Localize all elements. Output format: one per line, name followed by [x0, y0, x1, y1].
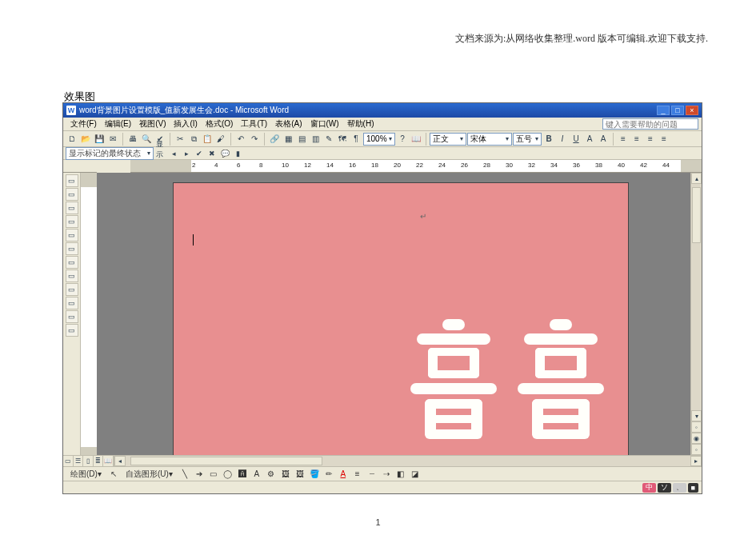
reject-change-icon[interactable]: ✖ — [206, 148, 218, 159]
vertical-ruler[interactable] — [81, 173, 97, 455]
side-tool-10[interactable]: ▭ — [66, 297, 78, 309]
side-tool-4[interactable]: ▭ — [66, 215, 78, 228]
accept-change-icon[interactable]: ✔ — [194, 148, 205, 159]
prev-change-icon[interactable]: ◂ — [168, 148, 179, 159]
side-tool-7[interactable]: ▭ — [66, 256, 78, 269]
docmap-icon[interactable]: 🗺 — [336, 133, 349, 146]
columns-icon[interactable]: ▥ — [309, 133, 322, 146]
bold-icon[interactable]: B — [542, 133, 555, 146]
line-style-icon[interactable]: ≡ — [351, 469, 364, 480]
align-justify-icon[interactable]: ≡ — [658, 133, 670, 146]
align-left-icon[interactable]: ≡ — [617, 133, 630, 146]
draw-menu-button[interactable]: 绘图(D) ▾ — [66, 469, 106, 480]
side-tool-8[interactable]: ▭ — [66, 269, 78, 282]
line-color-icon[interactable]: ✏ — [322, 469, 335, 480]
italic-icon[interactable]: I — [556, 133, 569, 146]
select-browse-icon[interactable]: ◉ — [691, 433, 702, 444]
autoshapes-button[interactable]: 自选图形(U) ▾ — [122, 469, 177, 480]
select-objects-icon[interactable]: ↖ — [107, 469, 120, 480]
ime-lang-pill[interactable]: 中 — [642, 483, 656, 493]
menu-help[interactable]: 帮助(H) — [343, 118, 378, 130]
scroll-up-icon[interactable]: ▴ — [691, 173, 702, 184]
style-dropdown[interactable]: 正文▾ — [430, 133, 466, 146]
vscroll-thumb[interactable] — [692, 187, 701, 243]
side-tool-12[interactable]: ▭ — [66, 324, 78, 337]
wordart-icon[interactable]: A — [250, 469, 263, 480]
scroll-right-icon[interactable]: ▸ — [690, 456, 702, 466]
highlight-icon[interactable]: ▮ — [232, 148, 243, 159]
redo-icon[interactable]: ↷ — [248, 133, 261, 146]
font-border-icon[interactable]: A — [583, 133, 596, 146]
next-change-icon[interactable]: ▸ — [181, 148, 192, 159]
window-close-button[interactable]: × — [686, 106, 698, 115]
menu-edit[interactable]: 编辑(E) — [101, 118, 135, 130]
hyperlink-icon[interactable]: 🔗 — [268, 133, 281, 146]
copy-icon[interactable]: ⧉ — [187, 133, 200, 146]
underline-icon[interactable]: U — [570, 133, 582, 146]
hscroll-thumb[interactable] — [130, 457, 322, 465]
save-icon[interactable]: 💾 — [93, 133, 106, 146]
vertical-scrollbar[interactable]: ▴ ▾ ◦ ◉ ◦ — [690, 173, 702, 455]
document-canvas[interactable]: ↵ — [97, 173, 690, 455]
hscroll-track[interactable] — [126, 456, 690, 466]
arrow-style-icon[interactable]: ⇢ — [380, 469, 393, 480]
print-preview-icon[interactable]: 🔍 — [140, 133, 153, 146]
align-center-icon[interactable]: ≡ — [630, 133, 643, 146]
line-tool-icon[interactable]: ╲ — [178, 469, 191, 480]
fill-color-icon[interactable]: 🪣 — [308, 469, 321, 480]
read-icon[interactable]: 📖 — [410, 133, 422, 146]
comment-icon[interactable]: 💬 — [219, 148, 230, 159]
diagram-icon[interactable]: ⚙ — [265, 469, 278, 480]
paragraph-mark-icon[interactable]: ¶ — [350, 133, 362, 146]
print-icon[interactable]: 🖶 — [126, 133, 139, 146]
menu-tools[interactable]: 工具(T) — [237, 118, 271, 130]
paste-icon[interactable]: 📋 — [201, 133, 214, 146]
menu-view[interactable]: 视图(V) — [135, 118, 170, 130]
horizontal-scrollbar[interactable]: ◂ ▸ — [114, 456, 702, 466]
font-color-icon[interactable]: A — [337, 469, 350, 480]
side-tool-1[interactable]: ▭ — [66, 174, 78, 187]
menu-table[interactable]: 表格(A) — [271, 118, 306, 130]
new-doc-icon[interactable]: 🗋 — [66, 133, 78, 146]
align-right-icon[interactable]: ≡ — [644, 133, 657, 146]
prev-page-icon[interactable]: ◦ — [691, 421, 702, 433]
side-tool-5[interactable]: ▭ — [66, 229, 78, 242]
drawing-icon[interactable]: ✎ — [322, 133, 335, 146]
help-search-input[interactable] — [602, 118, 698, 130]
view-reading-icon[interactable]: 📖 — [103, 456, 114, 466]
window-minimize-button[interactable]: _ — [657, 106, 670, 115]
excel-icon[interactable]: ▤ — [295, 133, 308, 146]
ime-indicator[interactable]: 中 ソ 、 ■ — [642, 483, 698, 493]
arrow-tool-icon[interactable]: ➔ — [193, 469, 206, 480]
3d-icon[interactable]: ◪ — [409, 469, 422, 480]
clipart-icon[interactable]: 🖼 — [279, 469, 292, 480]
shadow-icon[interactable]: ◧ — [394, 469, 407, 480]
rect-tool-icon[interactable]: ▭ — [207, 469, 220, 480]
mail-icon[interactable]: ✉ — [106, 133, 119, 146]
scroll-down-icon[interactable]: ▾ — [691, 410, 702, 421]
side-tool-2[interactable]: ▭ — [66, 188, 78, 201]
open-icon[interactable]: 📂 — [79, 133, 92, 146]
font-dropdown[interactable]: 宋体▾ — [467, 133, 512, 146]
side-tool-9[interactable]: ▭ — [66, 283, 78, 296]
picture-icon[interactable]: 🖼 — [294, 469, 306, 480]
view-web-icon[interactable]: ☰ — [74, 456, 84, 466]
side-tool-3[interactable]: ▭ — [66, 202, 78, 214]
side-tool-11[interactable]: ▭ — [66, 310, 78, 323]
view-outline-icon[interactable]: ≣ — [94, 456, 104, 466]
menu-format[interactable]: 格式(O) — [202, 118, 237, 130]
menu-window[interactable]: 窗口(W) — [306, 118, 343, 130]
table-icon[interactable]: ▦ — [282, 133, 294, 146]
window-maximize-button[interactable]: □ — [671, 106, 684, 115]
char-shading-icon[interactable]: A — [597, 133, 610, 146]
vscroll-track[interactable] — [691, 184, 702, 410]
ime-shape-pill[interactable]: ■ — [688, 483, 698, 493]
view-normal-icon[interactable]: ▭ — [63, 456, 74, 466]
help-icon[interactable]: ? — [396, 133, 409, 146]
show-markup-button[interactable]: 显示(S) — [155, 148, 166, 159]
fontsize-dropdown[interactable]: 五号▾ — [513, 133, 542, 146]
menu-insert[interactable]: 插入(I) — [170, 118, 201, 130]
next-page-icon[interactable]: ◦ — [691, 444, 702, 455]
view-print-icon[interactable]: ▯ — [83, 456, 94, 466]
markup-state-dropdown[interactable]: 显示标记的最终状态▾ — [66, 147, 154, 160]
